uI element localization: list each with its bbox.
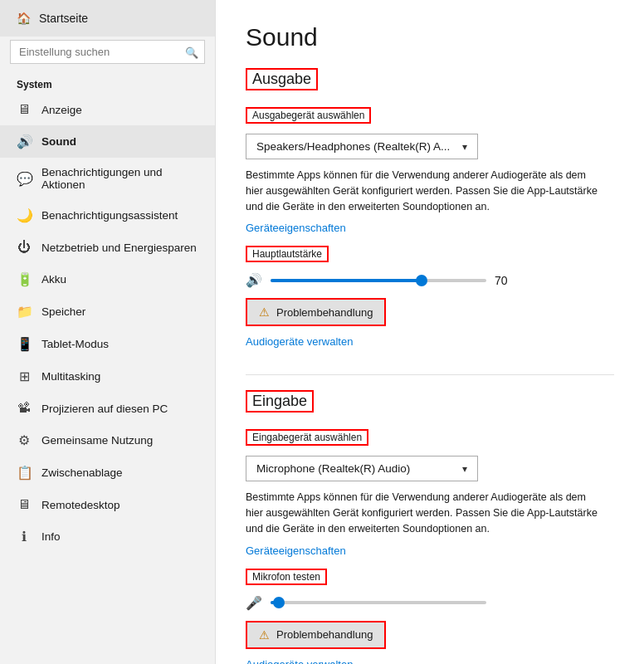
sidebar-item-label: Info [41, 530, 61, 543]
sound-icon: 🔊 [17, 134, 32, 149]
search-container: 🔍 [10, 40, 205, 64]
eingabe-dropdown-value: Microphone (Realtek(R) Audio) [256, 462, 410, 475]
ausgabe-heading: Ausgabe [246, 68, 318, 90]
sidebar-item-benachrichtigungen[interactable]: 💬 Benachrichtigungen und Aktionen [0, 158, 215, 199]
eingabe-section: Eingabe Eingabegerät auswählen Microphon… [246, 390, 614, 664]
moon-icon: 🌙 [17, 208, 32, 223]
chevron-down-icon: ▾ [462, 463, 467, 475]
eingabe-heading: Eingabe [246, 390, 314, 413]
ausgabe-problem-button[interactable]: ⚠ Problembehandlung [246, 298, 386, 326]
sidebar-item-label: Gemeinsame Nutzung [41, 434, 153, 447]
chevron-down-icon: ▾ [462, 141, 467, 153]
sidebar-item-gemeinsam[interactable]: ⚙ Gemeinsame Nutzung [0, 424, 215, 456]
volume-slider-row: 🔊 70 [246, 272, 614, 288]
sidebar-item-label: Multitasking [41, 370, 100, 383]
slider-thumb[interactable] [416, 275, 427, 286]
sidebar-item-netzbetrieb[interactable]: ⏻ Netzbetrieb und Energiesparen [0, 232, 215, 263]
sidebar-home-button[interactable]: 🏠 Startseite [0, 0, 215, 37]
warning-icon: ⚠ [259, 628, 270, 642]
home-label: Startseite [39, 12, 88, 25]
sidebar-item-projizieren[interactable]: 📽 Projizieren auf diesen PC [0, 393, 215, 424]
multitasking-icon: ⊞ [17, 369, 32, 384]
clipboard-icon: 📋 [17, 465, 32, 481]
eingabe-geraet-link[interactable]: Geräteeigenschaften [246, 544, 346, 557]
storage-icon: 📁 [17, 304, 32, 320]
power-icon: ⏻ [17, 240, 32, 255]
sidebar-item-speicher[interactable]: 📁 Speicher [0, 295, 215, 328]
warning-icon: ⚠ [259, 305, 270, 319]
ausgabe-description: Bestimmte Apps können für die Verwendung… [246, 168, 603, 214]
sidebar-item-label: Remotedesktop [41, 499, 120, 511]
info-icon: ℹ [17, 529, 32, 544]
sidebar-item-zwischenablage[interactable]: 📋 Zwischenablage [0, 456, 215, 489]
remote-icon: 🖥 [17, 497, 32, 512]
speaker-icon: 🔊 [246, 272, 262, 288]
sidebar: 🏠 Startseite 🔍 System 🖥 Anzeige 🔊 Sound … [0, 0, 216, 664]
microphone-icon: 🎤 [246, 595, 262, 611]
mic-test-label: Mikrofon testen [246, 569, 327, 585]
notification-icon: 💬 [17, 171, 32, 187]
mic-slider[interactable] [271, 601, 486, 604]
volume-label: Hauptlautstärke [246, 246, 329, 262]
ausgabe-dropdown-value: Speakers/Headphones (Realtek(R) A... [256, 140, 450, 153]
volume-section: Hauptlautstärke 🔊 70 [246, 246, 614, 288]
eingabe-dropdown[interactable]: Microphone (Realtek(R) Audio) ▾ [246, 456, 478, 481]
eingabe-sub-label: Eingabegerät auswählen [246, 429, 368, 446]
slider-fill [271, 279, 422, 282]
sidebar-item-label: Anzeige [41, 104, 82, 116]
eingabe-description: Bestimmte Apps können für die Verwendung… [246, 490, 603, 536]
eingabe-problem-button[interactable]: ⚠ Problembehandlung [246, 621, 386, 649]
eingabe-audio-link[interactable]: Audiogeräte verwalten [246, 658, 353, 665]
monitor-icon: 🖥 [17, 102, 32, 117]
home-icon: 🏠 [17, 12, 31, 25]
mic-section: Mikrofon testen 🎤 [246, 569, 614, 611]
sidebar-item-label: Speicher [41, 305, 85, 318]
sidebar-item-label: Akku [41, 273, 66, 286]
sidebar-item-label: Tablet-Modus [41, 338, 109, 350]
ausgabe-dropdown[interactable]: Speakers/Headphones (Realtek(R) A... ▾ [246, 134, 478, 159]
eingabe-problem-label: Problembehandlung [276, 628, 373, 641]
search-input[interactable] [10, 40, 205, 64]
ausgabe-problem-label: Problembehandlung [276, 306, 373, 319]
sidebar-item-anzeige[interactable]: 🖥 Anzeige [0, 94, 215, 125]
sidebar-item-benachrichtigungsassistent[interactable]: 🌙 Benachrichtigungsassistent [0, 199, 215, 232]
sidebar-item-label: Sound [41, 135, 76, 148]
mic-slider-row: 🎤 [246, 595, 614, 611]
volume-value: 70 [495, 274, 518, 287]
ausgabe-section: Ausgabe Ausgabegerät auswählen Speakers/… [246, 68, 614, 359]
sidebar-item-label: Projizieren auf diesen PC [41, 403, 168, 415]
battery-icon: 🔋 [17, 271, 32, 287]
sidebar-section-label: System [0, 72, 215, 94]
sidebar-item-info[interactable]: ℹ Info [0, 520, 215, 553]
page-title: Sound [246, 23, 614, 51]
section-divider [246, 374, 614, 375]
search-icon: 🔍 [185, 46, 198, 58]
main-content: Sound Ausgabe Ausgabegerät auswählen Spe… [216, 0, 644, 664]
tablet-icon: 📱 [17, 336, 32, 352]
mic-thumb[interactable] [273, 597, 285, 608]
project-icon: 📽 [17, 401, 32, 416]
volume-slider[interactable] [271, 279, 486, 282]
sidebar-item-multitasking[interactable]: ⊞ Multitasking [0, 360, 215, 393]
sidebar-item-label: Zwischenablage [41, 466, 123, 479]
sidebar-item-label: Benachrichtigungen und Aktionen [41, 166, 198, 191]
sidebar-item-remotedesktop[interactable]: 🖥 Remotedesktop [0, 489, 215, 520]
ausgabe-geraet-link[interactable]: Geräteeigenschaften [246, 222, 346, 234]
sidebar-item-akku[interactable]: 🔋 Akku [0, 263, 215, 295]
share-icon: ⚙ [17, 432, 32, 448]
sidebar-item-label: Benachrichtigungsassistent [41, 209, 178, 222]
sidebar-item-tablet[interactable]: 📱 Tablet-Modus [0, 328, 215, 360]
ausgabe-audio-link[interactable]: Audiogeräte verwalten [246, 335, 353, 348]
sidebar-item-label: Netzbetrieb und Energiesparen [41, 242, 197, 254]
ausgabe-sub-label: Ausgabegerät auswählen [246, 107, 371, 124]
sidebar-item-sound[interactable]: 🔊 Sound [0, 125, 215, 158]
